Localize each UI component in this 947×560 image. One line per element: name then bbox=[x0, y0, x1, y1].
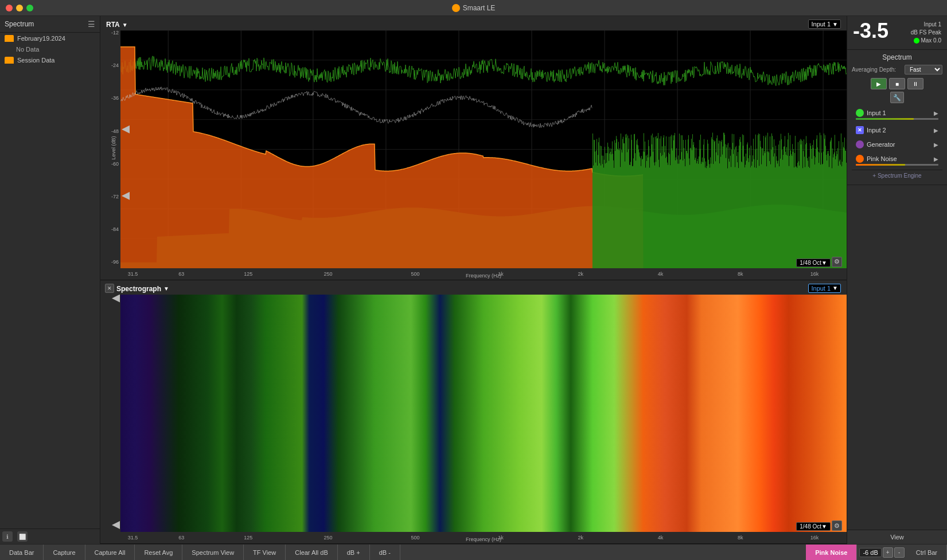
signal-pink-noise[interactable]: Pink Noise ▶ bbox=[852, 152, 942, 168]
spectrograph-handle-bottom[interactable] bbox=[112, 521, 120, 529]
signal-pink-noise-fader[interactable] bbox=[856, 164, 938, 166]
rta-input-arrow: ▼ bbox=[832, 21, 838, 28]
view-btn[interactable]: View bbox=[847, 530, 947, 544]
spectrograph-oct-label: 1/48 Oct bbox=[800, 523, 821, 530]
spectrograph-gradient bbox=[120, 295, 847, 532]
maximize-button[interactable] bbox=[26, 5, 33, 11]
capture-all-btn[interactable]: Capture All bbox=[85, 545, 135, 560]
close-button[interactable] bbox=[6, 5, 13, 11]
rta-dropdown-arrow[interactable]: ▼ bbox=[122, 22, 128, 28]
sidebar-item-label-session: Session Data bbox=[17, 57, 54, 64]
app-title: Smaart LE bbox=[452, 4, 496, 12]
minimize-button[interactable] bbox=[16, 5, 23, 11]
db-control: -6 dB + - bbox=[857, 545, 906, 560]
pause-btn[interactable]: ⏸ bbox=[907, 78, 923, 89]
capture-btn[interactable]: Capture bbox=[44, 545, 85, 560]
rta-input-dropdown[interactable]: Input 1 ▼ bbox=[808, 19, 841, 29]
signal-generator[interactable]: Generator ▶ bbox=[852, 138, 942, 151]
spectrograph-input-label: Input 1 bbox=[811, 285, 831, 292]
rta-panel-header: RTA ▼ bbox=[106, 21, 128, 29]
signal-input2-arrow[interactable]: ▶ bbox=[934, 127, 938, 134]
pink-noise-btn[interactable]: Pink Noise bbox=[806, 545, 857, 560]
y-label-5: -72 bbox=[111, 194, 119, 199]
sg-x-label-63: 63 bbox=[178, 535, 184, 541]
db-down-arrow[interactable]: - bbox=[894, 547, 905, 558]
rta-oct-btn[interactable]: 1/48 Oct▼ bbox=[796, 259, 831, 267]
play-btn[interactable]: ▶ bbox=[871, 78, 887, 89]
spectrograph-y-axis bbox=[100, 295, 120, 530]
sg-x-label-16k: 16k bbox=[810, 535, 819, 541]
add-engine-btn[interactable]: + Spectrum Engine bbox=[852, 170, 942, 181]
signal-generator-name: Generator bbox=[867, 141, 934, 148]
rta-input-selector[interactable]: Input 1 ▼ bbox=[808, 19, 841, 29]
spectrograph-input-dropdown[interactable]: Input 1 ▼ bbox=[808, 284, 841, 293]
level-peak-label: dB FS Peak bbox=[911, 29, 941, 37]
spectrograph-header: Spectrograph ▼ bbox=[116, 285, 169, 293]
sidebar-menu-btn[interactable]: ☰ bbox=[88, 19, 95, 29]
sidebar-item-feb19[interactable]: February19.2024 bbox=[0, 33, 100, 44]
x-label-2k: 2k bbox=[578, 271, 584, 277]
signal-input2-indicator: ✕ bbox=[856, 126, 864, 134]
info-icon[interactable]: ℹ bbox=[2, 531, 13, 542]
clear-all-db-btn[interactable]: Clear All dB bbox=[286, 545, 337, 560]
reset-avg-btn[interactable]: Reset Avg bbox=[135, 545, 182, 560]
level-meter: -3.5 Input 1 dB FS Peak Max 0.0 bbox=[847, 16, 947, 50]
level-max-label: Max 0.0 bbox=[911, 37, 941, 45]
stop-btn[interactable]: ■ bbox=[889, 78, 905, 89]
title-bar: Smaart LE bbox=[0, 0, 947, 16]
y-label-2: -36 bbox=[111, 96, 119, 101]
app-icon bbox=[452, 4, 460, 12]
spectrograph-dropdown-arrow[interactable]: ▼ bbox=[163, 285, 169, 292]
signal-pink-noise-arrow[interactable]: ▶ bbox=[934, 156, 938, 162]
sidebar-item-session[interactable]: Session Data bbox=[0, 54, 100, 66]
db-up-arrow[interactable]: + bbox=[883, 547, 893, 558]
rta-oct-selector[interactable]: 1/48 Oct▼ bbox=[796, 259, 831, 267]
sidebar-title: Spectrum bbox=[5, 20, 34, 28]
sg-x-label-31: 31.5 bbox=[128, 535, 138, 541]
rta-label[interactable]: RTA bbox=[106, 21, 120, 29]
rta-x-axis: 31.5 63 125 250 500 1k 2k 4k 8k 16k Freq… bbox=[120, 268, 847, 280]
sidebar-item-no-data[interactable]: No Data bbox=[0, 44, 100, 54]
spectrograph-settings-btn[interactable]: ⚙ bbox=[832, 520, 842, 531]
y-label-0: -12 bbox=[111, 30, 119, 36]
db-plus-btn[interactable]: dB + bbox=[338, 545, 370, 560]
averaging-select[interactable]: Fast Slow Medium bbox=[905, 65, 942, 75]
y-label-4: -60 bbox=[111, 162, 119, 167]
rta-panel: RTA ▼ Input 1 ▼ -12 -24 -36 -48 -60 -72 … bbox=[100, 16, 847, 280]
spectrograph-panel: ✕ Spectrograph ▼ Input 1 ▼ bbox=[100, 280, 847, 545]
spectrum-view-btn[interactable]: Spectrum View bbox=[182, 545, 244, 560]
signal-input1-name: Input 1 bbox=[867, 109, 934, 116]
spectrograph-label[interactable]: Spectrograph bbox=[116, 285, 161, 293]
y-label-3: -48 bbox=[111, 129, 119, 134]
signal-generator-arrow[interactable]: ▶ bbox=[934, 142, 938, 148]
signal-generator-indicator bbox=[856, 140, 864, 148]
level-value: -3.5 bbox=[853, 21, 888, 41]
spectrograph-oct-btn[interactable]: 1/48 Oct▼ bbox=[796, 522, 831, 531]
capture-icon[interactable]: ⬜ bbox=[17, 531, 28, 542]
spectrograph-close-btn[interactable]: ✕ bbox=[105, 284, 114, 293]
spectrograph-handle-top[interactable] bbox=[112, 295, 120, 303]
sg-x-label-125: 125 bbox=[244, 535, 252, 541]
spectrograph-oct-selector[interactable]: 1/48 Oct▼ bbox=[796, 522, 831, 531]
x-label-4k: 4k bbox=[658, 271, 664, 277]
spectrograph-x-title: Frequency (Hz) bbox=[466, 536, 501, 542]
y-label-7: -96 bbox=[111, 260, 119, 265]
ctrl-bar-btn[interactable]: Ctrl Bar bbox=[907, 545, 947, 560]
signal-input1-fader[interactable] bbox=[856, 118, 938, 120]
rta-input-label: Input 1 bbox=[811, 21, 831, 28]
signal-input1-arrow[interactable]: ▶ bbox=[934, 110, 938, 116]
bottom-bar-spacer bbox=[400, 545, 806, 560]
data-bar-btn[interactable]: Data Bar bbox=[0, 545, 44, 560]
spectrograph-input-selector[interactable]: Input 1 ▼ bbox=[808, 284, 841, 293]
sidebar-header: Spectrum ☰ bbox=[0, 16, 100, 33]
settings-wrench-btn[interactable]: 🔧 bbox=[890, 92, 904, 103]
spectrograph-x-axis: 31.5 63 125 250 500 1k 2k 4k 8k 16k Freq… bbox=[120, 532, 847, 543]
tf-view-btn[interactable]: TF View bbox=[244, 545, 286, 560]
db-minus-btn[interactable]: dB - bbox=[370, 545, 400, 560]
signal-input2[interactable]: ✕ Input 2 ▶ bbox=[852, 124, 942, 136]
signal-input2-name: Input 2 bbox=[867, 127, 934, 134]
rta-settings-btn[interactable]: ⚙ bbox=[832, 257, 842, 267]
x-label-500: 500 bbox=[411, 271, 419, 277]
signal-input1[interactable]: Input 1 ▶ bbox=[852, 107, 942, 122]
app-title-text: Smaart LE bbox=[463, 4, 496, 12]
